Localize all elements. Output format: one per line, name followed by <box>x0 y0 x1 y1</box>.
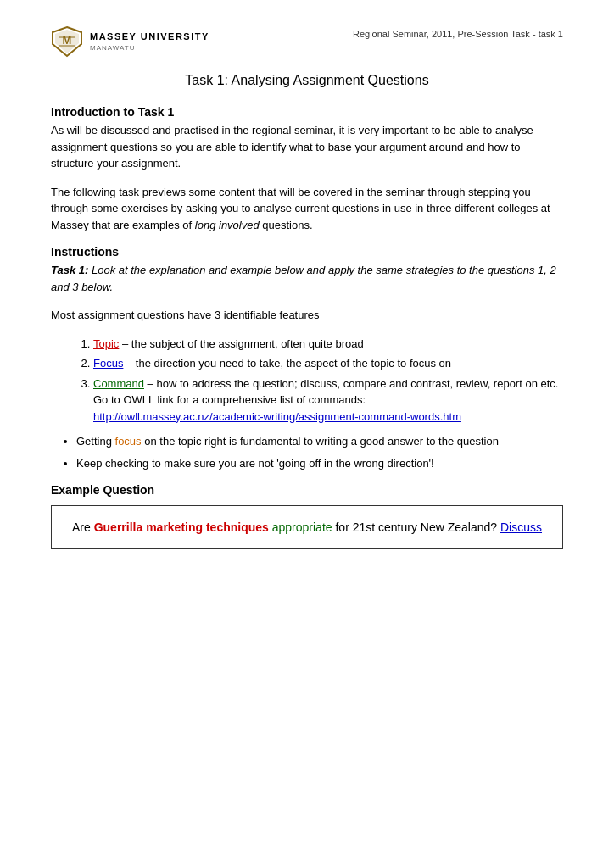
title-bold-italic: Analysing Assignment Questions <box>232 73 429 87</box>
task-label: Task 1: <box>51 264 88 276</box>
bullet-focus: Getting focus on the topic right is fund… <box>76 433 563 450</box>
features-intro: Most assignment questions have 3 identif… <box>51 307 563 324</box>
page-header: M MASSEY UNIVERSITY MANAWATU Regional Se… <box>51 25 563 58</box>
intro-paragraph-2: The following task previews some content… <box>51 184 563 234</box>
command-label: Command <box>93 377 144 390</box>
logo-manawatu-label: MANAWATU <box>90 44 209 53</box>
page-reference: Regional Seminar, 2011, Pre-Session Task… <box>353 25 563 39</box>
focus-rest: – the direction you need to take, the as… <box>123 357 451 370</box>
logo-text: MASSEY UNIVERSITY MANAWATU <box>90 31 209 53</box>
bullet-focus-before: Getting <box>76 435 115 448</box>
svg-text:M: M <box>63 34 72 47</box>
example-prefix: Are <box>72 520 94 534</box>
bullet-direction: Keep checking to make sure you are not '… <box>76 455 563 472</box>
massey-logo-icon: M <box>51 25 83 58</box>
bullet-focus-word: focus <box>115 435 142 448</box>
example-topic: Guerrilla marketing techniques <box>94 520 269 534</box>
list-item-focus: Focus – the direction you need to take, … <box>93 355 563 372</box>
intro-heading: Introduction to Task 1 <box>51 105 563 119</box>
task-instruction: Task 1: Look at the explanation and exam… <box>51 262 563 295</box>
list-item-command: Command – how to address the question; d… <box>93 376 563 426</box>
logo-massey-label: MASSEY UNIVERSITY <box>90 31 209 42</box>
example-after: for 21st century New Zealand? <box>332 520 500 534</box>
topic-rest: – the subject of the assignment, often q… <box>119 337 363 350</box>
list-item-topic: Topic – the subject of the assignment, o… <box>93 336 563 353</box>
task-text: Look at the explanation and example belo… <box>51 264 556 293</box>
focus-label: Focus <box>93 357 123 370</box>
topic-label: Topic <box>93 337 119 350</box>
logo-area: M MASSEY UNIVERSITY MANAWATU <box>51 25 209 58</box>
example-command: Discuss <box>500 520 542 534</box>
owll-link[interactable]: http://owll.massey.ac.nz/academic-writin… <box>93 410 461 423</box>
example-heading: Example Question <box>51 483 563 497</box>
bullet-direction-text: Keep checking to make sure you are not '… <box>76 457 434 470</box>
instructions-heading: Instructions <box>51 245 563 259</box>
page-title: Task 1: Analysing Assignment Questions <box>51 73 563 88</box>
example-question-box: Are Guerrilla marketing techniques appro… <box>51 505 563 549</box>
command-rest: – how to address the question; discuss, … <box>93 377 558 407</box>
bullets-list: Getting focus on the topic right is fund… <box>76 433 563 471</box>
bullet-focus-after: on the topic right is fundamental to wri… <box>142 435 499 448</box>
intro-paragraph-1: As will be discussed and practised in th… <box>51 122 563 172</box>
features-list: Topic – the subject of the assignment, o… <box>93 336 563 426</box>
title-prefix: Task 1: <box>185 73 231 87</box>
example-focus: appropriate <box>272 520 332 534</box>
long-involved-text: long involved <box>195 219 260 231</box>
